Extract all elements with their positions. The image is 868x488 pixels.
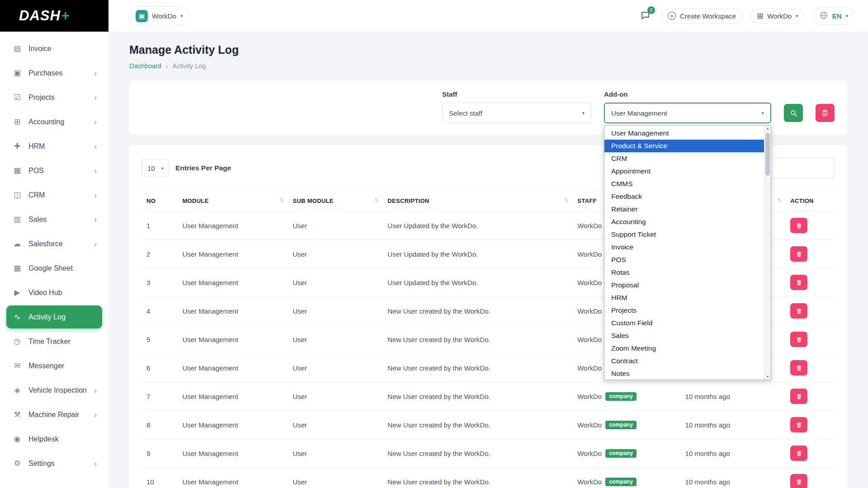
dropdown-scrollbar[interactable]: ▲ ▼ bbox=[764, 126, 771, 380]
addon-select[interactable]: User Management ▾ bbox=[604, 103, 771, 123]
sidebar-item-helpdesk[interactable]: ◉ Helpdesk › bbox=[6, 427, 102, 450]
sidebar-item-projects[interactable]: ☑ Projects › bbox=[6, 86, 102, 109]
dropdown-option[interactable]: CMMS bbox=[604, 178, 771, 190]
reset-button[interactable] bbox=[816, 104, 835, 122]
dropdown-option[interactable]: Retainer bbox=[604, 203, 771, 216]
delete-button[interactable] bbox=[790, 218, 807, 233]
delete-button[interactable] bbox=[790, 417, 807, 432]
column-header-description[interactable]: DESCRIPTION⇅ bbox=[383, 191, 573, 211]
sidebar-item-label: Sales bbox=[28, 216, 47, 224]
staff-name: WorkDo bbox=[577, 449, 602, 457]
dropdown-option[interactable]: Rotas bbox=[604, 266, 771, 279]
breadcrumb: Dashboard › Activity Log bbox=[129, 62, 847, 70]
cell-sub-module: User bbox=[288, 354, 383, 382]
delete-button[interactable] bbox=[790, 446, 807, 461]
cell-action bbox=[786, 468, 835, 488]
breadcrumb-dashboard-link[interactable]: Dashboard bbox=[129, 62, 161, 70]
sidebar-item-messenger[interactable]: ✉ Messenger › bbox=[6, 354, 102, 377]
company-badge: company bbox=[605, 421, 637, 429]
dropdown-option[interactable]: Custom Field bbox=[604, 317, 771, 329]
messages-button[interactable]: 0 bbox=[638, 8, 653, 23]
delete-button[interactable] bbox=[790, 474, 807, 488]
cell-action bbox=[786, 382, 835, 411]
accounting-icon: ⊞ bbox=[12, 117, 23, 127]
cell-description: New User created by the WorkDo. bbox=[383, 382, 573, 411]
sidebar-item-label: Helpdesk bbox=[28, 435, 59, 443]
dropdown-option[interactable]: User Management bbox=[604, 127, 771, 140]
sidebar-item-label: CRM bbox=[28, 191, 45, 199]
dropdown-option[interactable]: Accounting bbox=[604, 216, 771, 228]
dropdown-option[interactable]: Feedback bbox=[604, 190, 771, 203]
sidebar-item-hrm[interactable]: ✚ HRM › bbox=[6, 135, 102, 158]
dropdown-option[interactable]: Projects bbox=[604, 304, 771, 317]
sidebar-item-pos[interactable]: ▦ POS › bbox=[6, 159, 102, 182]
workspace-menu[interactable]: ⊞ WorkDo ▾ bbox=[750, 9, 805, 23]
delete-button[interactable] bbox=[790, 275, 807, 290]
column-header-module[interactable]: MODULE⇅ bbox=[178, 191, 288, 211]
dropdown-option[interactable]: CRM bbox=[604, 152, 771, 165]
cell-module: User Management bbox=[178, 211, 288, 240]
sidebar-item-activity-log[interactable]: ∿ Activity Log › bbox=[6, 305, 102, 328]
dropdown-option[interactable]: Appointment bbox=[604, 165, 771, 178]
dropdown-option[interactable]: HRM bbox=[604, 291, 771, 304]
logo[interactable]: DASH + bbox=[0, 0, 108, 32]
delete-button[interactable] bbox=[790, 332, 807, 347]
scroll-down-icon[interactable]: ▼ bbox=[764, 375, 771, 378]
sidebar-item-sales[interactable]: ▥ Sales › bbox=[6, 208, 102, 231]
sidebar-item-crm[interactable]: ◫ CRM › bbox=[6, 183, 102, 206]
dropdown-option[interactable]: Invoice bbox=[604, 241, 771, 253]
chevron-down-icon: ▾ bbox=[582, 110, 585, 116]
sidebar-item-label: Activity Log bbox=[28, 313, 66, 321]
scrollbar-thumb[interactable] bbox=[765, 133, 770, 176]
sidebar-item-label: Projects bbox=[28, 94, 55, 102]
dropdown-option[interactable]: Notes bbox=[604, 367, 771, 380]
workspace-switcher[interactable]: ▣ WorkDo ▾ bbox=[129, 6, 189, 26]
cell-action bbox=[786, 411, 835, 439]
sidebar-item-purchases[interactable]: ▣ Purchases › bbox=[6, 61, 102, 84]
table-row: 10 User Management User New User created… bbox=[142, 468, 835, 488]
column-header-sub-module[interactable]: SUB MODULE⇅ bbox=[288, 191, 383, 211]
dropdown-option[interactable]: Proposal bbox=[604, 279, 771, 291]
sidebar-item-settings[interactable]: ⚙ Settings › bbox=[6, 452, 102, 475]
sidebar-item-label: Invoice bbox=[28, 45, 52, 53]
cell-description: New User created by the WorkDo. bbox=[383, 325, 573, 354]
purchases-icon: ▣ bbox=[12, 68, 23, 78]
sidebar-item-video-hub[interactable]: ▶ Video Hub › bbox=[6, 281, 102, 304]
create-workspace-button[interactable]: + Create Workspace bbox=[661, 8, 742, 23]
addon-label: Add-on bbox=[604, 90, 771, 98]
delete-button[interactable] bbox=[790, 246, 807, 262]
scroll-up-icon[interactable]: ▲ bbox=[764, 127, 771, 130]
dropdown-option[interactable]: Sales bbox=[604, 329, 771, 342]
language-switcher[interactable]: EN ▾ bbox=[813, 7, 854, 25]
sort-icon: ⇅ bbox=[279, 197, 284, 203]
entries-per-page-select[interactable]: 10 ▾ bbox=[142, 159, 169, 177]
cell-staff: WorkDocompany bbox=[573, 382, 680, 411]
delete-button[interactable] bbox=[790, 303, 807, 319]
cell-sub-module: User bbox=[288, 382, 383, 411]
page-content: Manage Activity Log Dashboard › Activity… bbox=[108, 32, 868, 488]
sidebar-item-invoice[interactable]: ▤ Invoice › bbox=[6, 37, 102, 60]
dropdown-option[interactable]: Support Ticket bbox=[604, 228, 771, 241]
search-button[interactable] bbox=[784, 104, 803, 122]
dropdown-option[interactable]: Product & Service bbox=[604, 140, 771, 152]
video-hub-icon: ▶ bbox=[12, 288, 23, 297]
sidebar-item-salesforce[interactable]: ☁ Salesforce › bbox=[6, 232, 102, 255]
delete-button[interactable] bbox=[790, 389, 807, 404]
column-header-no: NO bbox=[142, 191, 178, 211]
filter-card: Staff Select staff ▾ Add-on User Managem… bbox=[129, 80, 847, 134]
delete-button[interactable] bbox=[790, 360, 807, 375]
dropdown-option[interactable]: Contract bbox=[604, 355, 771, 367]
sidebar-item-machine-repair[interactable]: ⚒ Machine Repair › bbox=[6, 403, 102, 426]
staff-select[interactable]: Select staff ▾ bbox=[442, 103, 591, 123]
sidebar-item-vehicle-inspection[interactable]: ◈ Vehicle Inspection › bbox=[6, 379, 102, 402]
staff-name: WorkDo bbox=[577, 364, 602, 371]
sidebar-item-time-tracker[interactable]: ◷ Time Tracker › bbox=[6, 330, 102, 353]
topbar: ▣ WorkDo ▾ 0 + Create Workspace ⊞ WorkDo bbox=[108, 0, 868, 32]
sidebar-item-accounting[interactable]: ⊞ Accounting › bbox=[6, 110, 102, 133]
table-row: 8 User Management User New User created … bbox=[142, 411, 835, 439]
pos-icon: ▦ bbox=[12, 166, 23, 175]
sidebar-item-google-sheet[interactable]: ▦ Google Sheet › bbox=[6, 257, 102, 280]
dropdown-option[interactable]: POS bbox=[604, 253, 771, 266]
dropdown-option[interactable]: Zoom Meeting bbox=[604, 342, 771, 355]
main-area: ▣ WorkDo ▾ 0 + Create Workspace ⊞ WorkDo bbox=[108, 0, 868, 488]
